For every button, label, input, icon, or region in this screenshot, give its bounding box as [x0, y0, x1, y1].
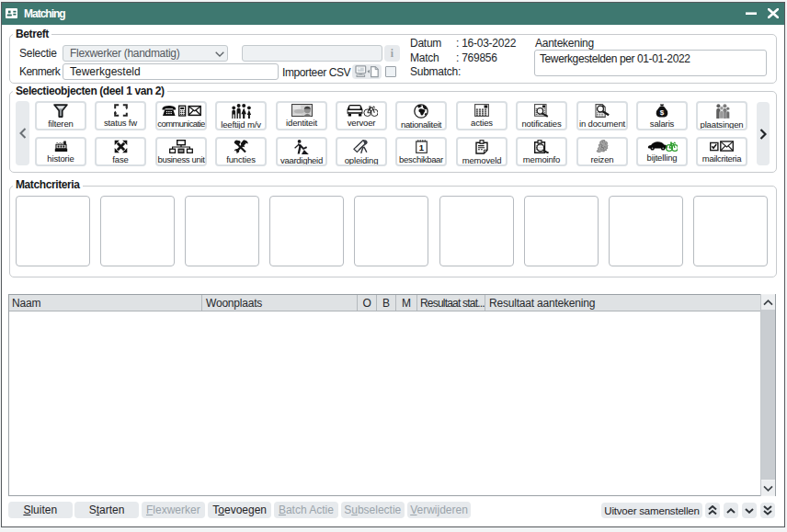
svg-text:$: $ — [660, 108, 665, 117]
svg-text:1: 1 — [418, 142, 424, 153]
